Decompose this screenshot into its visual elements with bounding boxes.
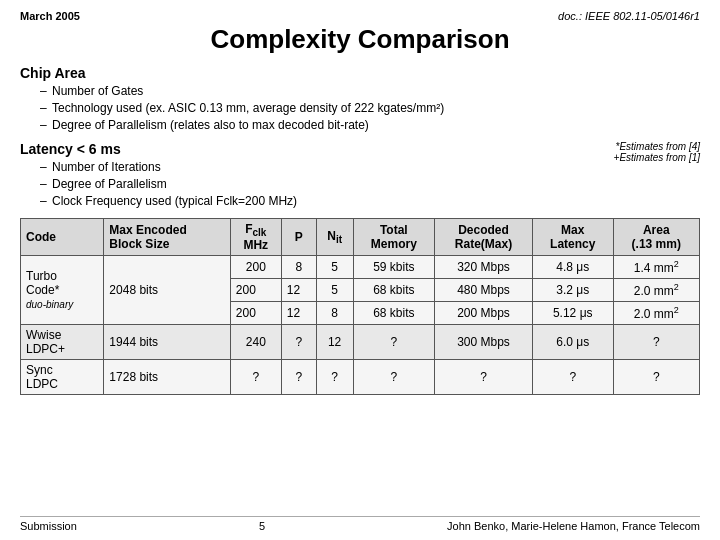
cell-p-s: ? (281, 360, 316, 395)
latency-bullets: Number of Iterations Degree of Paralleli… (40, 159, 297, 209)
col-header-nit: Nit (316, 218, 353, 255)
cell-area-t1: 1.4 mm2 (613, 256, 699, 279)
cell-block-sync: 1728 bits (104, 360, 230, 395)
cell-mem-w: ? (353, 325, 435, 360)
cell-mem-t3: 68 kbits (353, 302, 435, 325)
cell-area-w: ? (613, 325, 699, 360)
col-header-area: Area(.13 mm) (613, 218, 699, 255)
latency-section: Latency < 6 ms Number of Iterations Degr… (20, 141, 297, 217)
cell-mem-t1: 59 kbits (353, 256, 435, 279)
header: March 2005 doc.: IEEE 802.11-05/0146r1 (20, 10, 700, 22)
cell-fclk-t2: 200 (230, 279, 281, 302)
cell-fclk-w: 240 (230, 325, 281, 360)
cell-area-t3: 2.0 mm2 (613, 302, 699, 325)
cell-nit-t3: 8 (316, 302, 353, 325)
header-left: March 2005 (20, 10, 80, 22)
cell-rate-t1: 320 Mbps (435, 256, 533, 279)
col-header-memory: TotalMemory (353, 218, 435, 255)
cell-nit-s: ? (316, 360, 353, 395)
latency-bullet-3: Clock Frequency used (typical Fclk=200 M… (40, 193, 297, 210)
table-row: SyncLDPC 1728 bits ? ? ? ? ? ? ? (21, 360, 700, 395)
cell-nit-t2: 5 (316, 279, 353, 302)
col-header-code: Code (21, 218, 104, 255)
comparison-table: Code Max EncodedBlock Size FclkMHz P Nit… (20, 218, 700, 395)
page: March 2005 doc.: IEEE 802.11-05/0146r1 C… (0, 0, 720, 540)
cell-rate-t3: 200 Mbps (435, 302, 533, 325)
cell-nit-w: 12 (316, 325, 353, 360)
latency-header-row: Latency < 6 ms Number of Iterations Degr… (20, 141, 700, 217)
chip-area-bullets: Number of Gates Technology used (ex. ASI… (40, 83, 700, 133)
latency-title: Latency < 6 ms (20, 141, 297, 157)
cell-rate-t2: 480 Mbps (435, 279, 533, 302)
cell-lat-w: 6.0 μs (532, 325, 613, 360)
cell-rate-s: ? (435, 360, 533, 395)
cell-p-t2: 12 (281, 279, 316, 302)
table-row: TurboCode*duo-binary 2048 bits 200 8 5 5… (21, 256, 700, 279)
cell-area-s: ? (613, 360, 699, 395)
cell-p-t3: 12 (281, 302, 316, 325)
col-header-fclk: FclkMHz (230, 218, 281, 255)
cell-fclk-s: ? (230, 360, 281, 395)
cell-mem-s: ? (353, 360, 435, 395)
footer-left: Submission (20, 520, 77, 532)
table-row: WwiseLDPC+ 1944 bits 240 ? 12 ? 300 Mbps… (21, 325, 700, 360)
cell-code-turbo: TurboCode*duo-binary (21, 256, 104, 325)
cell-area-t2: 2.0 mm2 (613, 279, 699, 302)
cell-lat-s: ? (532, 360, 613, 395)
footer-center: 5 (259, 520, 265, 532)
cell-code-wwise: WwiseLDPC+ (21, 325, 104, 360)
chip-bullet-1: Number of Gates (40, 83, 700, 100)
cell-fclk-t1: 200 (230, 256, 281, 279)
footer: Submission 5 John Benko, Marie-Helene Ha… (20, 516, 700, 532)
header-right: doc.: IEEE 802.11-05/0146r1 (558, 10, 700, 22)
latency-bullet-1: Number of Iterations (40, 159, 297, 176)
cell-lat-t3: 5.12 μs (532, 302, 613, 325)
page-title: Complexity Comparison (20, 24, 700, 55)
cell-mem-t2: 68 kbits (353, 279, 435, 302)
footer-right: John Benko, Marie-Helene Hamon, France T… (447, 520, 700, 532)
table-header-row: Code Max EncodedBlock Size FclkMHz P Nit… (21, 218, 700, 255)
col-header-p: P (281, 218, 316, 255)
chip-bullet-3: Degree of Parallelism (relates also to m… (40, 117, 700, 134)
cell-p-w: ? (281, 325, 316, 360)
latency-bullet-2: Degree of Parallelism (40, 176, 297, 193)
cell-block-turbo: 2048 bits (104, 256, 230, 325)
cell-rate-w: 300 Mbps (435, 325, 533, 360)
col-header-latency: MaxLatency (532, 218, 613, 255)
chip-bullet-2: Technology used (ex. ASIC 0.13 mm, avera… (40, 100, 700, 117)
chip-area-title: Chip Area (20, 65, 700, 81)
cell-nit-t1: 5 (316, 256, 353, 279)
cell-lat-t2: 3.2 μs (532, 279, 613, 302)
col-header-rate: DecodedRate(Max) (435, 218, 533, 255)
cell-fclk-t3: 200 (230, 302, 281, 325)
cell-code-sync: SyncLDPC (21, 360, 104, 395)
cell-p-t1: 8 (281, 256, 316, 279)
col-header-block-size: Max EncodedBlock Size (104, 218, 230, 255)
cell-lat-t1: 4.8 μs (532, 256, 613, 279)
estimates-note: *Estimates from [4] +Estimates from [1] (614, 141, 700, 163)
cell-block-wwise: 1944 bits (104, 325, 230, 360)
